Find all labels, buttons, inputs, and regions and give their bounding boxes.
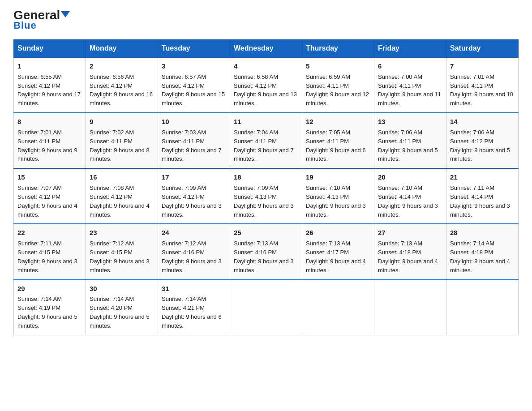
- calendar-header: SundayMondayTuesdayWednesdayThursdayFrid…: [14, 40, 519, 58]
- day-number: 24: [162, 228, 226, 238]
- day-number: 19: [306, 172, 370, 182]
- day-info: Sunrise: 7:09 AMSunset: 4:13 PMDaylight:…: [234, 184, 294, 218]
- calendar-day-cell: 31Sunrise: 7:14 AMSunset: 4:21 PMDayligh…: [158, 280, 230, 335]
- day-info: Sunrise: 7:04 AMSunset: 4:11 PMDaylight:…: [234, 129, 294, 163]
- day-info: Sunrise: 7:13 AMSunset: 4:17 PMDaylight:…: [306, 240, 366, 274]
- day-info: Sunrise: 7:14 AMSunset: 4:20 PMDaylight:…: [90, 295, 150, 329]
- day-info: Sunrise: 7:06 AMSunset: 4:12 PMDaylight:…: [450, 129, 510, 163]
- calendar-day-cell: 24Sunrise: 7:12 AMSunset: 4:16 PMDayligh…: [158, 224, 230, 279]
- calendar-day-cell: 10Sunrise: 7:03 AMSunset: 4:11 PMDayligh…: [158, 113, 230, 168]
- day-number: 26: [306, 228, 370, 238]
- day-number: 11: [234, 117, 298, 127]
- weekday-header-sunday: Sunday: [14, 40, 86, 58]
- day-number: 14: [450, 117, 515, 127]
- day-info: Sunrise: 6:58 AMSunset: 4:12 PMDaylight:…: [234, 73, 297, 107]
- calendar-day-cell: 30Sunrise: 7:14 AMSunset: 4:20 PMDayligh…: [86, 280, 158, 335]
- weekday-header-friday: Friday: [374, 40, 446, 58]
- calendar-day-cell: 26Sunrise: 7:13 AMSunset: 4:17 PMDayligh…: [302, 224, 374, 279]
- day-number: 8: [17, 117, 82, 127]
- day-number: 4: [234, 61, 298, 71]
- day-number: 31: [162, 284, 226, 294]
- calendar-day-cell: 6Sunrise: 7:00 AMSunset: 4:11 PMDaylight…: [374, 57, 446, 113]
- calendar-day-cell: 5Sunrise: 6:59 AMSunset: 4:11 PMDaylight…: [302, 57, 374, 113]
- weekday-header-wednesday: Wednesday: [230, 40, 302, 58]
- calendar-day-cell: 8Sunrise: 7:01 AMSunset: 4:11 PMDaylight…: [14, 113, 86, 168]
- page-header: General Blue: [13, 9, 519, 31]
- day-info: Sunrise: 7:05 AMSunset: 4:11 PMDaylight:…: [306, 129, 366, 163]
- day-number: 20: [378, 172, 442, 182]
- calendar-day-cell: 17Sunrise: 7:09 AMSunset: 4:12 PMDayligh…: [158, 168, 230, 224]
- logo-triangle-icon: [61, 11, 70, 17]
- calendar-day-cell: 14Sunrise: 7:06 AMSunset: 4:12 PMDayligh…: [446, 113, 519, 168]
- day-info: Sunrise: 7:13 AMSunset: 4:18 PMDaylight:…: [378, 240, 438, 274]
- calendar-day-cell: [374, 280, 446, 335]
- day-number: 15: [17, 172, 82, 182]
- weekday-header-saturday: Saturday: [446, 40, 519, 58]
- day-info: Sunrise: 7:07 AMSunset: 4:12 PMDaylight:…: [17, 184, 77, 218]
- day-number: 25: [234, 228, 298, 238]
- day-number: 17: [162, 172, 226, 182]
- day-info: Sunrise: 7:13 AMSunset: 4:16 PMDaylight:…: [234, 240, 294, 274]
- calendar-day-cell: 21Sunrise: 7:11 AMSunset: 4:14 PMDayligh…: [446, 168, 519, 224]
- calendar-day-cell: 15Sunrise: 7:07 AMSunset: 4:12 PMDayligh…: [14, 168, 86, 224]
- calendar-day-cell: 22Sunrise: 7:11 AMSunset: 4:15 PMDayligh…: [14, 224, 86, 279]
- day-info: Sunrise: 7:08 AMSunset: 4:12 PMDaylight:…: [90, 184, 150, 218]
- calendar-day-cell: 27Sunrise: 7:13 AMSunset: 4:18 PMDayligh…: [374, 224, 446, 279]
- calendar-day-cell: 2Sunrise: 6:56 AMSunset: 4:12 PMDaylight…: [86, 57, 158, 113]
- calendar-day-cell: 4Sunrise: 6:58 AMSunset: 4:12 PMDaylight…: [230, 57, 302, 113]
- day-info: Sunrise: 7:10 AMSunset: 4:14 PMDaylight:…: [378, 184, 438, 218]
- logo: General Blue: [13, 9, 70, 31]
- weekday-header-row: SundayMondayTuesdayWednesdayThursdayFrid…: [14, 40, 519, 58]
- day-number: 5: [306, 61, 370, 71]
- day-info: Sunrise: 7:02 AMSunset: 4:11 PMDaylight:…: [90, 129, 150, 163]
- calendar-day-cell: 3Sunrise: 6:57 AMSunset: 4:12 PMDaylight…: [158, 57, 230, 113]
- day-number: 22: [17, 228, 82, 238]
- logo-blue: Blue: [13, 20, 37, 31]
- day-info: Sunrise: 7:01 AMSunset: 4:11 PMDaylight:…: [450, 73, 513, 107]
- day-info: Sunrise: 7:06 AMSunset: 4:11 PMDaylight:…: [378, 129, 438, 163]
- calendar-day-cell: [446, 280, 519, 335]
- day-info: Sunrise: 6:56 AMSunset: 4:12 PMDaylight:…: [90, 73, 153, 107]
- day-info: Sunrise: 7:14 AMSunset: 4:21 PMDaylight:…: [162, 295, 222, 329]
- day-info: Sunrise: 7:12 AMSunset: 4:16 PMDaylight:…: [162, 240, 222, 274]
- calendar-day-cell: 20Sunrise: 7:10 AMSunset: 4:14 PMDayligh…: [374, 168, 446, 224]
- day-number: 29: [17, 284, 82, 294]
- calendar-day-cell: [302, 280, 374, 335]
- calendar-day-cell: 18Sunrise: 7:09 AMSunset: 4:13 PMDayligh…: [230, 168, 302, 224]
- calendar-day-cell: 13Sunrise: 7:06 AMSunset: 4:11 PMDayligh…: [374, 113, 446, 168]
- day-info: Sunrise: 7:11 AMSunset: 4:15 PMDaylight:…: [17, 240, 77, 274]
- day-number: 13: [378, 117, 442, 127]
- day-number: 3: [162, 61, 226, 71]
- day-number: 12: [306, 117, 370, 127]
- calendar-day-cell: 28Sunrise: 7:14 AMSunset: 4:18 PMDayligh…: [446, 224, 519, 279]
- weekday-header-tuesday: Tuesday: [158, 40, 230, 58]
- day-number: 23: [90, 228, 154, 238]
- calendar-week-row: 1Sunrise: 6:55 AMSunset: 4:12 PMDaylight…: [14, 57, 519, 113]
- calendar-week-row: 15Sunrise: 7:07 AMSunset: 4:12 PMDayligh…: [14, 168, 519, 224]
- calendar-day-cell: 7Sunrise: 7:01 AMSunset: 4:11 PMDaylight…: [446, 57, 519, 113]
- day-info: Sunrise: 7:14 AMSunset: 4:19 PMDaylight:…: [17, 295, 77, 329]
- calendar-day-cell: 11Sunrise: 7:04 AMSunset: 4:11 PMDayligh…: [230, 113, 302, 168]
- calendar-day-cell: 9Sunrise: 7:02 AMSunset: 4:11 PMDaylight…: [86, 113, 158, 168]
- weekday-header-thursday: Thursday: [302, 40, 374, 58]
- calendar-body: 1Sunrise: 6:55 AMSunset: 4:12 PMDaylight…: [14, 57, 519, 335]
- calendar-day-cell: 16Sunrise: 7:08 AMSunset: 4:12 PMDayligh…: [86, 168, 158, 224]
- day-info: Sunrise: 7:09 AMSunset: 4:12 PMDaylight:…: [162, 184, 222, 218]
- day-info: Sunrise: 6:57 AMSunset: 4:12 PMDaylight:…: [162, 73, 225, 107]
- weekday-header-monday: Monday: [86, 40, 158, 58]
- day-number: 21: [450, 172, 515, 182]
- day-number: 6: [378, 61, 442, 71]
- day-info: Sunrise: 7:03 AMSunset: 4:11 PMDaylight:…: [162, 129, 222, 163]
- day-info: Sunrise: 7:14 AMSunset: 4:18 PMDaylight:…: [450, 240, 510, 274]
- day-number: 28: [450, 228, 515, 238]
- day-number: 18: [234, 172, 298, 182]
- day-number: 9: [90, 117, 154, 127]
- day-info: Sunrise: 6:59 AMSunset: 4:11 PMDaylight:…: [306, 73, 369, 107]
- day-number: 30: [90, 284, 154, 294]
- calendar-week-row: 8Sunrise: 7:01 AMSunset: 4:11 PMDaylight…: [14, 113, 519, 168]
- day-info: Sunrise: 7:00 AMSunset: 4:11 PMDaylight:…: [378, 73, 441, 107]
- day-number: 16: [90, 172, 154, 182]
- calendar-week-row: 22Sunrise: 7:11 AMSunset: 4:15 PMDayligh…: [14, 224, 519, 279]
- calendar-day-cell: 23Sunrise: 7:12 AMSunset: 4:15 PMDayligh…: [86, 224, 158, 279]
- calendar-day-cell: 19Sunrise: 7:10 AMSunset: 4:13 PMDayligh…: [302, 168, 374, 224]
